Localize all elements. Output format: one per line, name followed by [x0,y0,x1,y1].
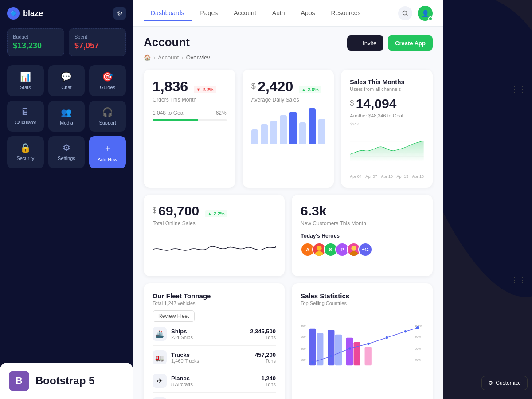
page-header: Account ＋ Invite Create App [144,35,433,51]
settings-label: Settings [58,156,75,161]
tab-pages[interactable]: Pages [193,6,225,21]
budget-label: Budget [13,34,59,39]
review-fleet-button[interactable]: Review Fleet [153,310,195,322]
sales-chart-svg: 800 600 400 200 100% 80% 60% 40% [301,312,424,379]
bar-4 [280,115,287,144]
user-avatar[interactable]: 👤 [418,6,433,21]
sidebar-item-add-new[interactable]: ＋ Add New [89,136,126,168]
svg-point-22 [386,336,388,339]
svg-point-9 [350,251,358,256]
guides-label: Guides [100,85,115,90]
x-label-4: Apr 13 [396,174,408,179]
bar-2 [261,124,268,144]
bar-8 [318,119,325,144]
logo: 🔷 blaze [7,7,43,20]
security-label: Security [16,156,34,161]
search-button[interactable] [398,6,412,20]
bootstrap-badge: B Bootstrap 5 [0,363,133,399]
sidebar-item-stats[interactable]: 📊 Stats [7,65,44,96]
topnav-links: Dashboards Pages Account Auth Apps Resou… [144,6,368,21]
plus-icon: ＋ [354,39,360,47]
new-customers-card: 6.3k New Customers This Month Today's He… [292,195,433,276]
page-content: Account ＋ Invite Create App 🏠 › Account … [133,27,443,399]
tab-apps[interactable]: Apps [294,6,322,21]
trains-icon: 🚂 [153,397,167,399]
fleet-title: Our Fleet Tonnage [153,292,276,300]
heroes-section: Today's Heroes A S P +42 [301,233,424,257]
fleet-left-trucks: 🚛 Trucks 1,460 Trucks [153,350,199,364]
topnav-right: 👤 [398,6,433,21]
trucks-unit: Tons [255,358,276,364]
total-prefix: $ [153,207,156,214]
sales-stats-title: Sales Statistics [301,292,424,300]
fleet-item-trains: 🚂 Trains 804,300 [153,392,276,399]
customize-button[interactable]: ⚙ Customize [481,376,528,390]
daily-sales-label: Average Daily Sales [251,97,325,103]
settings-icon[interactable]: ⚙ [113,7,126,20]
sales-stats-chart: 800 600 400 200 100% 80% 60% 40% [301,312,424,379]
bar-country3-2 [354,342,360,365]
logo-text: blaze [23,9,43,18]
svg-text:600: 600 [301,335,306,338]
svg-point-0 [403,11,407,15]
tab-dashboards[interactable]: Dashboards [144,6,192,21]
svg-text:800: 800 [301,324,306,327]
tab-resources[interactable]: Resources [324,6,368,21]
spent-label: Spent [74,34,120,39]
support-icon: 🎧 [102,107,113,117]
sales-prefix: $ [350,99,354,107]
logo-icon: 🔷 [7,7,20,20]
trucks-value: 457,200 [255,352,276,358]
tab-auth[interactable]: Auth [265,6,292,21]
breadcrumb-home[interactable]: 🏠 [144,54,151,61]
nav-grid: 📊 Stats 💬 Chat 🎯 Guides 🖩 Calculator 👥 M… [7,65,126,168]
tab-account[interactable]: Account [227,6,263,21]
svg-point-6 [317,246,321,251]
daily-sales-number: $ 2,420 ▲ 2.6% [251,78,325,95]
planes-count: 8 Aircrafts [171,382,193,387]
sidebar-item-support[interactable]: 🎧 Support [89,101,126,132]
sales-goal: Another $48,346 to Goal [350,113,424,118]
sidebar-item-guides[interactable]: 🎯 Guides [89,65,126,96]
ships-count: 234 Ships [171,335,193,340]
total-online-number: $ 69,700 ▲ 2.2% [153,203,276,219]
panel-grid-icon-2[interactable]: ⋮⋮ [511,275,527,285]
bar-5 [289,112,297,144]
trucks-name: Trucks [171,352,199,358]
settings-nav-icon: ⚙ [63,142,70,153]
sidebar-item-security[interactable]: 🔒 Security [7,136,44,168]
daily-sales-value: 2,420 [258,78,293,94]
sales-title: Sales This Months [350,78,424,86]
daily-sales-badge: ▲ 2.6% [299,86,321,93]
page-actions: ＋ Invite Create App [347,35,433,51]
progress-row: 1,048 to Goal 62% [153,110,227,121]
line-chart-svg [350,127,424,172]
fleet-right-ships: 2,345,500 Tons [250,328,276,340]
sidebar-item-media[interactable]: 👥 Media [48,101,85,132]
breadcrumb-current: Overwiev [186,54,210,61]
spent-card: Spent $7,057 [69,28,126,56]
panel-grid-icon-1[interactable]: ⋮⋮ [511,84,527,94]
fleet-subtitle: Total 1,247 vehicles [153,301,276,306]
svg-point-23 [404,330,407,333]
trucks-count: 1,460 Trucks [171,358,199,364]
fleet-item-ships: 🚢 Ships 234 Ships 2,345,500 Tons [153,322,276,345]
sidebar-item-calculator[interactable]: 🖩 Calculator [7,101,44,132]
ships-name: Ships [171,328,193,335]
customize-icon: ⚙ [488,380,493,386]
bar-6 [299,122,306,144]
planes-icon: ✈ [153,374,167,388]
progress-text: 1,048 to Goal [153,110,184,116]
sidebar-item-chat[interactable]: 💬 Chat [48,65,85,96]
orders-label: Orders This Month [153,97,227,103]
invite-button[interactable]: ＋ Invite [347,35,383,51]
svg-point-20 [348,347,351,350]
sidebar-item-settings[interactable]: ⚙ Settings [48,136,85,168]
orders-card: 1,836 ▼ 2.2% Orders This Month 1,048 to … [144,70,235,188]
sales-number: 14,094 [356,96,397,111]
breadcrumb-account[interactable]: Account [158,54,179,61]
sidebar: 🔷 blaze ⚙ Budget $13,230 Spent $7,057 📊 … [0,0,133,399]
y-label-1: $24K [350,122,359,126]
create-app-button[interactable]: Create App [388,35,433,51]
add-new-icon: ＋ [103,142,112,154]
